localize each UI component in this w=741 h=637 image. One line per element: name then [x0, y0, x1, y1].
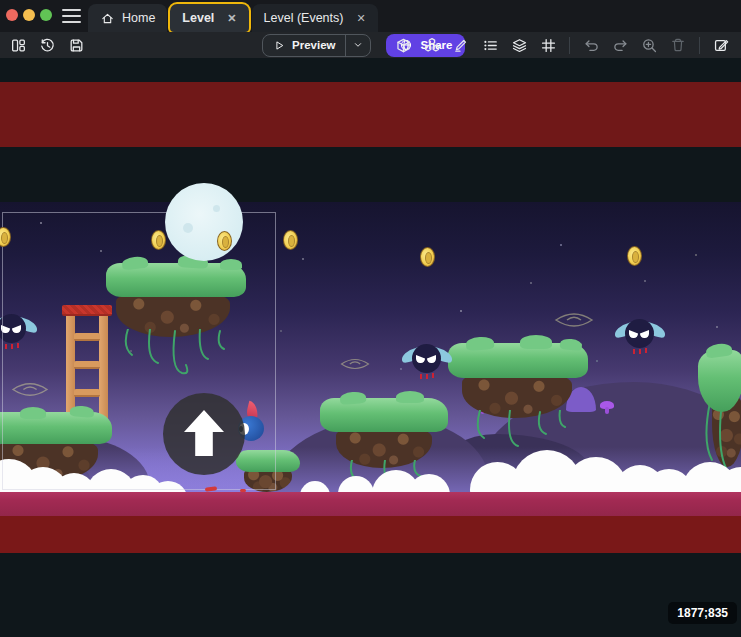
- tab-label: Level (Events): [264, 11, 344, 25]
- close-tab-icon[interactable]: ✕: [356, 12, 365, 25]
- layers-icon: [511, 37, 528, 54]
- moon-crater: [183, 223, 193, 233]
- background-red-band-top: [0, 82, 741, 147]
- toolbar-divider: [699, 37, 700, 54]
- toolbar-divider: [569, 37, 570, 54]
- tab-label: Home: [122, 11, 155, 25]
- close-tab-icon[interactable]: ✕: [227, 12, 236, 25]
- edit-mode-button[interactable]: [451, 34, 471, 56]
- tab-label: Level: [182, 11, 214, 25]
- minimize-window-button[interactable]: [23, 9, 35, 21]
- redo-icon: [612, 37, 629, 54]
- scene-properties-button[interactable]: [711, 34, 731, 56]
- redo-button[interactable]: [610, 34, 630, 56]
- menu-icon[interactable]: [62, 9, 81, 23]
- object-groups-icon: [423, 36, 441, 54]
- tab-home[interactable]: Home: [88, 4, 167, 32]
- scene-editor-canvas[interactable]: 1877;835: [0, 58, 741, 637]
- cursor-coordinates: 1877;835: [668, 602, 737, 624]
- coin[interactable]: [420, 247, 435, 267]
- game-scene[interactable]: [0, 202, 741, 492]
- app-window: Home Level ✕ Level (Events) ✕ Preview: [0, 0, 741, 637]
- open-instances-list-button[interactable]: [480, 34, 500, 56]
- preview-label: Preview: [292, 39, 335, 51]
- chevron-down-icon: [352, 39, 364, 51]
- undo-icon: [583, 37, 600, 54]
- tab-level-events[interactable]: Level (Events) ✕: [252, 4, 378, 32]
- instances-list-icon: [482, 37, 499, 54]
- toggle-grid-button[interactable]: [538, 34, 558, 56]
- open-object-groups-button[interactable]: [422, 34, 442, 56]
- window-controls: [6, 9, 52, 21]
- edit-properties-icon: [713, 37, 730, 54]
- tab-bar: Home Level ✕ Level (Events) ✕: [88, 4, 378, 32]
- object-cube-icon: [395, 37, 412, 54]
- history-button[interactable]: [37, 34, 57, 56]
- coin[interactable]: [217, 231, 232, 251]
- pencil-icon: [453, 37, 469, 53]
- moon[interactable]: [165, 183, 243, 261]
- coin[interactable]: [151, 230, 166, 250]
- preview-options-button[interactable]: [345, 35, 370, 56]
- preview-button[interactable]: Preview: [263, 35, 345, 56]
- play-icon: [273, 39, 286, 52]
- ground-red-band: [0, 516, 741, 553]
- coin[interactable]: [627, 246, 642, 266]
- up-arrow-icon: [184, 410, 224, 456]
- undo-button[interactable]: [581, 34, 601, 56]
- editor-toolbar: Preview Share: [0, 32, 741, 58]
- preview-split-button: Preview: [262, 34, 371, 57]
- close-window-button[interactable]: [6, 9, 18, 21]
- zoom-window-button[interactable]: [40, 9, 52, 21]
- open-layers-panel-button[interactable]: [509, 34, 529, 56]
- tab-level[interactable]: Level ✕: [170, 4, 248, 32]
- zoom-in-button[interactable]: [639, 34, 659, 56]
- jump-button[interactable]: [163, 393, 245, 475]
- panels-icon: [10, 37, 27, 54]
- grid-icon: [540, 37, 557, 54]
- save-button[interactable]: [66, 34, 86, 56]
- ground-pink-band: [0, 492, 741, 516]
- history-icon: [39, 37, 56, 54]
- moon-crater: [213, 205, 220, 212]
- trash-icon: [670, 37, 686, 53]
- titlebar: Home Level ✕ Level (Events) ✕: [0, 0, 741, 32]
- delete-button[interactable]: [668, 34, 688, 56]
- toggle-panels-button[interactable]: [8, 34, 28, 56]
- coin[interactable]: [283, 230, 298, 250]
- save-icon: [68, 37, 85, 54]
- open-objects-panel-button[interactable]: [393, 34, 413, 56]
- home-icon: [100, 11, 115, 26]
- zoom-in-icon: [641, 37, 658, 54]
